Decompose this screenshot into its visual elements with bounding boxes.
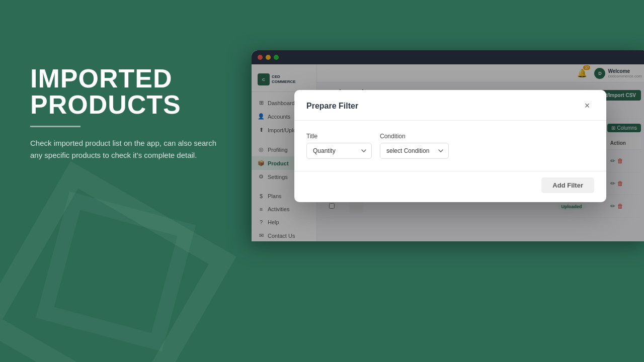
- title-field-label: Title: [306, 133, 372, 140]
- prepare-filter-modal: Prepare Filter × Title Quantity Title SK…: [294, 90, 606, 202]
- condition-field-group: Condition select Condition Is Equal Is N…: [380, 133, 449, 159]
- add-filter-button[interactable]: Add Filter: [541, 177, 594, 193]
- title-field-group: Title Quantity Title SKU Price: [306, 133, 372, 159]
- hero-description: Check imported product list on the app, …: [30, 137, 221, 161]
- app-window: C CED COMMERCE ⊞ Dashboard 👤 Accounts ⬆ …: [252, 50, 644, 241]
- condition-field-label: Condition: [380, 133, 449, 140]
- modal-body: Title Quantity Title SKU Price Condition…: [294, 121, 606, 171]
- hero-title: IMPORTED PRODUCTS: [30, 65, 221, 118]
- left-panel: IMPORTED PRODUCTS Check imported product…: [30, 65, 221, 161]
- modal-overlay: Prepare Filter × Title Quantity Title SK…: [252, 50, 644, 241]
- modal-title: Prepare Filter: [306, 102, 358, 111]
- modal-header: Prepare Filter ×: [294, 90, 606, 121]
- filter-fields: Title Quantity Title SKU Price Condition…: [306, 133, 594, 159]
- modal-close-button[interactable]: ×: [580, 99, 594, 113]
- title-select[interactable]: Quantity Title SKU Price: [306, 143, 372, 159]
- modal-footer: Add Filter: [294, 171, 606, 202]
- title-divider: [30, 126, 80, 127]
- condition-select[interactable]: select Condition Is Equal Is Not Equal C…: [380, 143, 449, 159]
